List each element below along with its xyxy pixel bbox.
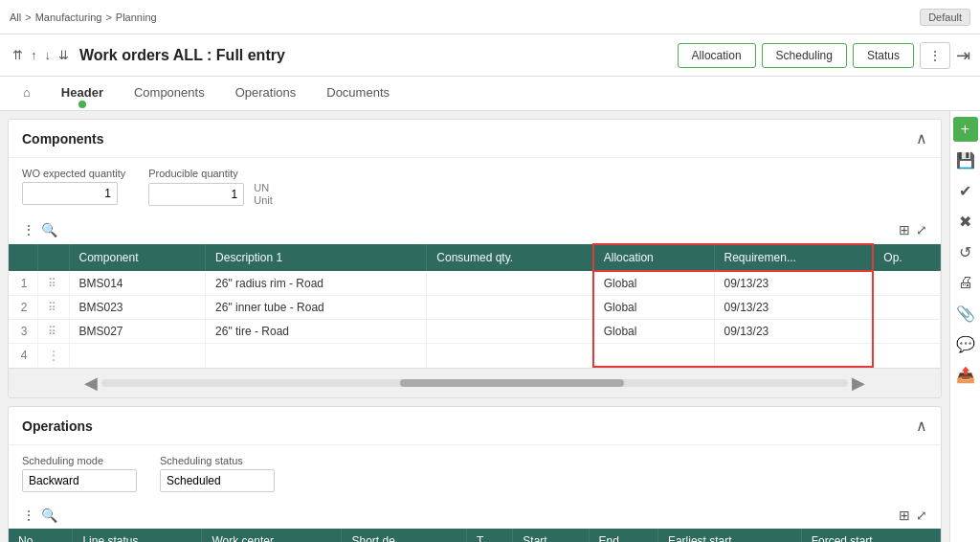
breadcrumb-all[interactable]: All xyxy=(10,11,21,23)
drag-handle-1[interactable]: ⠿ xyxy=(37,271,69,296)
th-no[interactable]: No. xyxy=(9,529,73,542)
components-table: Component Description 1 Consumed qty. Al… xyxy=(9,243,941,368)
tab-documents[interactable]: Documents xyxy=(313,78,403,109)
component-desc-3[interactable]: 26" tire - Road xyxy=(206,320,427,344)
component-code-1[interactable]: BMS014 xyxy=(69,271,206,296)
op-3[interactable] xyxy=(873,320,940,344)
allocation-1[interactable]: Global xyxy=(593,271,714,296)
default-badge[interactable]: Default xyxy=(920,9,970,26)
consumed-1[interactable] xyxy=(427,271,593,296)
components-toggle[interactable]: ∧ xyxy=(916,129,927,147)
drag-handle-4[interactable]: ⋮ xyxy=(37,344,69,368)
drag-handle-3[interactable]: ⠿ xyxy=(37,320,69,344)
ops-toolbar-dots-button[interactable]: ⋮ xyxy=(22,508,35,523)
scheduling-mode-group: Scheduling mode xyxy=(22,455,137,492)
consumed-3[interactable] xyxy=(427,320,593,344)
th-consumed[interactable]: Consumed qty. xyxy=(427,244,593,271)
attach-button[interactable]: 📎 xyxy=(953,301,978,326)
ops-expand-button[interactable]: ⤢ xyxy=(916,508,927,523)
ops-toolbar-search-button[interactable]: 🔍 xyxy=(41,508,57,523)
breadcrumb-planning[interactable]: Planning xyxy=(116,11,157,23)
status-button[interactable]: Status xyxy=(853,43,914,68)
row-num-1: 1 xyxy=(9,271,37,296)
wo-qty-group: WO expected quantity xyxy=(22,168,125,205)
consumed-2[interactable] xyxy=(427,296,593,320)
component-desc-1[interactable]: 26" radius rim - Road xyxy=(206,271,427,296)
table-row: 4 ⋮ xyxy=(9,344,941,368)
component-code-2[interactable]: BMS023 xyxy=(69,296,206,320)
op-4[interactable] xyxy=(873,344,940,368)
th-start[interactable]: Start xyxy=(513,529,589,542)
th-line-status[interactable]: Line status xyxy=(73,529,202,542)
chat-button[interactable]: 💬 xyxy=(953,331,978,356)
operations-toggle[interactable]: ∧ xyxy=(916,417,927,435)
toolbar-dots-button[interactable]: ⋮ xyxy=(22,222,35,237)
th-earliest-start[interactable]: Earliest start xyxy=(657,529,801,542)
producible-qty-input[interactable] xyxy=(148,183,244,206)
requirement-4[interactable] xyxy=(714,344,873,368)
share-button[interactable]: 📤 xyxy=(953,362,978,387)
component-desc-2[interactable]: 26" inner tube - Road xyxy=(206,296,427,320)
breadcrumb-manufacturing[interactable]: Manufacturing xyxy=(35,11,102,23)
allocation-button[interactable]: Allocation xyxy=(678,43,756,68)
requirement-1[interactable]: 09/13/23 xyxy=(714,271,873,296)
home-icon: ⌂ xyxy=(23,85,31,100)
tab-components[interactable]: Components xyxy=(121,78,218,109)
th-allocation[interactable]: Allocation xyxy=(593,244,714,271)
component-code-4[interactable] xyxy=(69,344,206,368)
component-desc-4[interactable] xyxy=(206,344,427,368)
components-header: Components ∧ xyxy=(9,120,941,158)
scheduling-button[interactable]: Scheduling xyxy=(762,43,847,68)
ops-toolbar-right: ⊞ ⤢ xyxy=(899,508,927,523)
allocation-2[interactable]: Global xyxy=(593,296,714,320)
wo-qty-input[interactable] xyxy=(22,182,118,205)
nav-prev[interactable]: ↑ xyxy=(28,46,40,64)
exit-button[interactable]: ⇥ xyxy=(956,45,970,66)
more-actions-button[interactable]: ⋮ xyxy=(920,42,950,69)
operations-header: Operations ∧ xyxy=(9,407,941,445)
th-end[interactable]: End xyxy=(589,529,657,542)
operations-table: No. Line status Work center Short de... … xyxy=(9,529,941,542)
drag-handle-2[interactable]: ⠿ xyxy=(37,296,69,320)
toolbar-right: ⊞ ⤢ xyxy=(899,222,927,237)
cancel-button[interactable]: ✖ xyxy=(953,209,978,234)
th-work-center[interactable]: Work center xyxy=(202,529,342,542)
component-code-3[interactable]: BMS027 xyxy=(69,320,206,344)
expand-button[interactable]: ⤢ xyxy=(916,222,927,237)
th-description[interactable]: Description 1 xyxy=(206,244,427,271)
layers-button[interactable]: ⊞ xyxy=(899,222,910,237)
row-num-4: 4 xyxy=(9,344,37,368)
th-t[interactable]: T xyxy=(466,529,512,542)
save-button[interactable]: 💾 xyxy=(953,147,978,172)
nav-last[interactable]: ⇊ xyxy=(56,46,72,64)
tab-operations[interactable]: Operations xyxy=(222,78,310,109)
confirm-button[interactable]: ✔ xyxy=(953,178,978,203)
th-short-desc[interactable]: Short de... xyxy=(342,529,466,542)
tab-header[interactable]: Header xyxy=(48,78,117,109)
scheduling-mode-input[interactable] xyxy=(22,469,137,492)
th-forced-start[interactable]: Forced start xyxy=(801,529,940,542)
allocation-3[interactable]: Global xyxy=(593,320,714,344)
nav-first[interactable]: ⇈ xyxy=(10,46,26,64)
requirement-2[interactable]: 09/13/23 xyxy=(714,296,873,320)
op-2[interactable] xyxy=(873,296,940,320)
requirement-3[interactable]: 09/13/23 xyxy=(714,320,873,344)
op-1[interactable] xyxy=(873,271,940,296)
toolbar-search-button[interactable]: 🔍 xyxy=(41,222,57,237)
ops-toolbar-left: ⋮ 🔍 xyxy=(22,508,57,523)
ops-layers-button[interactable]: ⊞ xyxy=(899,508,910,523)
refresh-button[interactable]: ↺ xyxy=(953,239,978,264)
add-button[interactable]: + xyxy=(953,117,978,142)
scroll-thumb[interactable] xyxy=(400,379,624,387)
horizontal-scrollbar[interactable]: ◀ ▶ xyxy=(9,368,941,397)
nav-next[interactable]: ↓ xyxy=(42,46,55,64)
th-component[interactable]: Component xyxy=(69,244,206,271)
th-op[interactable]: Op. xyxy=(873,244,940,271)
nav-arrows: ⇈ ↑ ↓ ⇊ xyxy=(10,46,72,64)
tab-home[interactable]: ⌂ xyxy=(10,78,44,109)
scheduling-status-input[interactable] xyxy=(160,469,275,492)
th-requirement[interactable]: Requiremen... xyxy=(714,244,873,271)
print-button[interactable]: 🖨 xyxy=(953,270,978,295)
allocation-4[interactable] xyxy=(593,344,714,368)
consumed-4[interactable] xyxy=(427,344,593,368)
